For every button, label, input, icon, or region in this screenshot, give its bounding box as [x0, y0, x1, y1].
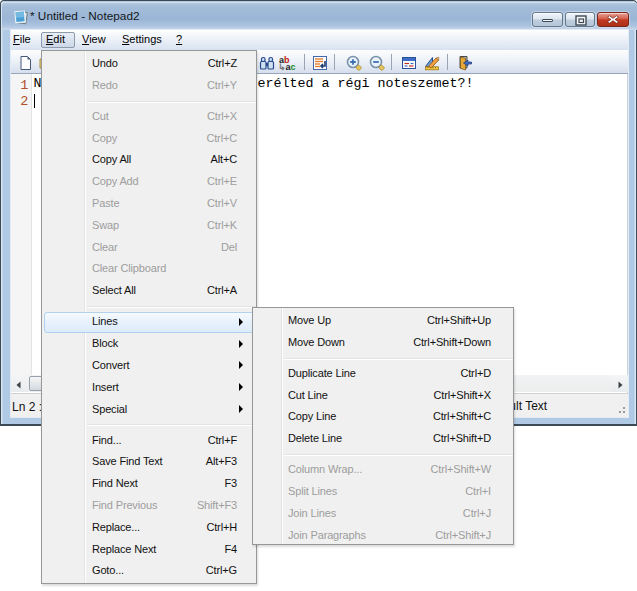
svg-text:↳ac: ↳ac	[278, 62, 296, 71]
